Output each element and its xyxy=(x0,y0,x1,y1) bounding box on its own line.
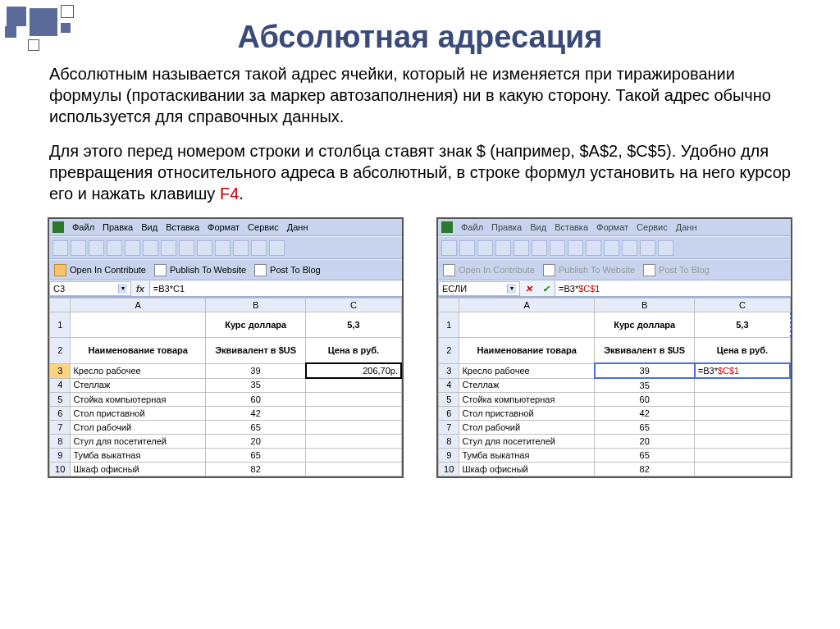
menu-file[interactable]: Файл xyxy=(72,223,94,232)
row-header[interactable]: 4 xyxy=(439,378,459,393)
menu-format[interactable]: Формат xyxy=(596,223,628,232)
menu-format[interactable]: Формат xyxy=(208,223,240,232)
name-box[interactable]: ЕСЛИ▾ xyxy=(438,281,520,296)
row-header[interactable]: 8 xyxy=(439,435,459,449)
row-header[interactable]: 1 xyxy=(439,312,459,338)
row-header[interactable]: 8 xyxy=(50,435,71,449)
cell[interactable]: Эквивалент в $US xyxy=(206,338,306,364)
cell[interactable]: Цена в руб. xyxy=(695,338,790,364)
col-header-C[interactable]: C xyxy=(695,299,790,312)
cell[interactable]: 42 xyxy=(595,407,695,421)
row-header[interactable]: 3 xyxy=(439,363,459,378)
menu-file[interactable]: Файл xyxy=(461,223,483,232)
toolbar-button[interactable] xyxy=(441,240,457,256)
col-header-A[interactable]: A xyxy=(459,299,595,312)
row-header[interactable]: 10 xyxy=(50,463,71,476)
select-all-corner[interactable] xyxy=(50,299,71,312)
menu-tools[interactable]: Сервис xyxy=(248,223,279,232)
menu-edit[interactable]: Правка xyxy=(491,223,522,232)
row-header[interactable]: 6 xyxy=(50,407,71,421)
toolbar-button[interactable] xyxy=(532,240,547,256)
cell[interactable]: Стол приставной xyxy=(71,407,206,421)
cell[interactable]: 39 xyxy=(206,363,306,378)
cell[interactable]: Стеллаж xyxy=(459,378,595,393)
name-box[interactable]: C3▾ xyxy=(49,281,131,296)
row-header[interactable]: 4 xyxy=(50,378,71,393)
cancel-icon[interactable]: ✕ xyxy=(520,281,537,296)
open-in-contribute[interactable]: Open In Contribute xyxy=(54,264,146,276)
cell[interactable]: Стул для посетителей xyxy=(71,435,206,449)
fx-label[interactable]: fx xyxy=(131,281,149,296)
toolbar-button[interactable] xyxy=(514,240,529,256)
cell[interactable]: 20 xyxy=(595,435,695,449)
toolbar-button[interactable] xyxy=(459,240,475,256)
menu-data[interactable]: Данн xyxy=(287,223,308,232)
worksheet-grid-right[interactable]: A B C 1 Курс доллара 5,3 2 Наименование … xyxy=(438,297,791,476)
cell[interactable]: 65 xyxy=(595,449,695,463)
cell[interactable]: Стол рабочий xyxy=(459,421,595,435)
row-header[interactable]: 6 xyxy=(439,407,459,421)
row-header[interactable]: 1 xyxy=(50,312,71,338)
toolbar-button[interactable] xyxy=(658,240,673,256)
cell[interactable]: Стол рабочий xyxy=(71,421,206,435)
cell[interactable]: Стул для посетителей xyxy=(459,435,595,449)
row-header[interactable]: 10 xyxy=(439,463,459,476)
row-header[interactable]: 9 xyxy=(50,449,71,463)
col-header-A[interactable]: A xyxy=(71,299,206,312)
cell[interactable]: 60 xyxy=(206,393,306,407)
cell[interactable]: Шкаф офисный xyxy=(71,463,206,476)
toolbar-button[interactable] xyxy=(89,240,104,256)
cell[interactable]: 65 xyxy=(206,421,306,435)
toolbar-button[interactable] xyxy=(215,240,231,256)
toolbar-button[interactable] xyxy=(586,240,601,256)
confirm-icon[interactable]: ✓ xyxy=(537,281,555,296)
formula-value[interactable]: =B3*C1 xyxy=(149,281,402,296)
select-all-corner[interactable] xyxy=(439,299,459,312)
cell[interactable]: Наименование товара xyxy=(71,338,206,364)
cell[interactable]: Шкаф офисный xyxy=(459,463,595,476)
menu-data[interactable]: Данн xyxy=(676,223,697,232)
row-header[interactable]: 9 xyxy=(439,449,459,463)
cell[interactable]: Стол приставной xyxy=(459,407,595,421)
menu-view[interactable]: Вид xyxy=(141,223,158,232)
worksheet-grid-left[interactable]: A B C 1 Курс доллара 5,3 2 Наименование … xyxy=(49,297,402,476)
cell[interactable]: 82 xyxy=(206,463,306,476)
cell[interactable]: 65 xyxy=(595,421,695,435)
cell[interactable]: Кресло рабочее xyxy=(71,363,206,378)
toolbar-button[interactable] xyxy=(269,240,285,256)
col-header-C[interactable]: C xyxy=(306,299,401,312)
toolbar-button[interactable] xyxy=(197,240,212,256)
post-to-blog[interactable]: Post To Blog xyxy=(254,264,321,276)
menu-tools[interactable]: Сервис xyxy=(637,223,668,232)
cell[interactable]: 20 xyxy=(206,435,306,449)
cell[interactable]: Цена в руб. xyxy=(306,338,401,364)
row-header[interactable]: 5 xyxy=(439,393,459,407)
row-header[interactable]: 7 xyxy=(50,421,71,435)
cell[interactable]: Тумба выкатная xyxy=(459,449,595,463)
toolbar-button[interactable] xyxy=(233,240,249,256)
toolbar-button[interactable] xyxy=(477,240,493,256)
cell-editing[interactable]: =B3*$C$1 xyxy=(695,363,790,378)
cell[interactable]: 5,3 xyxy=(306,312,401,338)
publish-to-website[interactable]: Publish To Website xyxy=(154,264,246,276)
toolbar-button[interactable] xyxy=(622,240,637,256)
menu-insert[interactable]: Вставка xyxy=(166,223,199,232)
cell-referenced[interactable]: 5,3 xyxy=(695,312,790,338)
toolbar-button[interactable] xyxy=(179,240,194,256)
toolbar-button[interactable] xyxy=(125,240,140,256)
cell[interactable]: 42 xyxy=(206,407,306,421)
row-header[interactable]: 2 xyxy=(50,338,71,364)
cell[interactable]: Стеллаж xyxy=(71,378,206,393)
cell[interactable]: Кресло рабочее xyxy=(459,363,595,378)
cell[interactable]: Курс доллара xyxy=(206,312,306,338)
toolbar-button[interactable] xyxy=(161,240,176,256)
toolbar-button[interactable] xyxy=(143,240,158,256)
cell-selected[interactable]: 206,70р. xyxy=(306,363,401,378)
cell[interactable]: 82 xyxy=(595,463,695,476)
cell[interactable]: Курс доллара xyxy=(595,312,695,338)
toolbar-button[interactable] xyxy=(52,240,68,256)
toolbar-button[interactable] xyxy=(568,240,583,256)
toolbar-button[interactable] xyxy=(71,240,86,256)
formula-value[interactable]: =B3*$C$1 xyxy=(555,281,791,296)
row-header[interactable]: 5 xyxy=(50,393,71,407)
